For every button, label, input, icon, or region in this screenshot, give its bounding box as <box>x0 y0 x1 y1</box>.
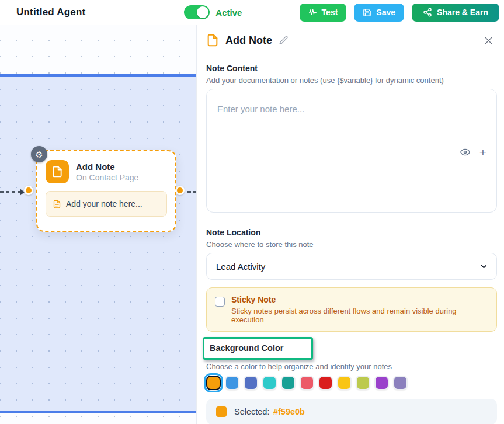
plus-icon: + <box>479 146 486 158</box>
share-earn-label: Share & Earn <box>437 8 488 17</box>
color-swatch[interactable] <box>300 376 314 390</box>
color-swatches <box>206 374 497 391</box>
insert-variable-button[interactable]: + <box>479 146 486 158</box>
color-swatch[interactable] <box>374 376 389 390</box>
node-titles: Add Note On Contact Page <box>76 162 138 182</box>
note-location-select[interactable]: Lead Activity <box>206 253 497 280</box>
preview-button[interactable] <box>460 147 471 158</box>
share-earn-button[interactable]: Share & Earn <box>412 4 499 22</box>
header-divider <box>173 5 173 20</box>
floppy-icon <box>363 8 371 17</box>
sticky-note-label: Sticky Note <box>231 295 488 304</box>
save-button[interactable]: Save <box>354 4 404 22</box>
config-panel: Add Note Note Content Add your documenta… <box>196 25 504 424</box>
background-color-helper: Choose a color to help organize and iden… <box>206 362 497 371</box>
note-content-helper: Add your documentation or notes (use {$v… <box>206 76 497 85</box>
pencil-icon <box>279 35 289 46</box>
note-textarea-wrap: + <box>206 89 497 215</box>
color-swatch[interactable] <box>337 376 352 390</box>
textarea-tools: + <box>460 146 486 158</box>
sticky-note-description: Sticky notes persist across different fl… <box>231 307 488 324</box>
share-icon <box>423 8 432 17</box>
agent-title: Untitled Agent <box>16 6 85 18</box>
note-location-value: Lead Activity <box>216 262 265 272</box>
flow-canvas[interactable]: ⚙ Add Note On Contact Page Add your note… <box>0 25 196 424</box>
node-input-port[interactable] <box>24 186 33 195</box>
note-content-input[interactable] <box>206 89 497 213</box>
active-toggle[interactable] <box>184 5 210 19</box>
active-toggle-group: Active <box>184 5 242 19</box>
color-swatch[interactable] <box>262 376 277 390</box>
background-color-label: Background Color <box>210 343 283 353</box>
close-icon <box>484 36 493 46</box>
color-swatch[interactable] <box>244 376 258 390</box>
test-button-label: Test <box>322 8 338 17</box>
color-swatch[interactable] <box>281 376 296 390</box>
selected-value: #f59e0b <box>273 407 305 416</box>
note-file-icon <box>206 34 219 47</box>
add-note-node[interactable]: ⚙ Add Note On Contact Page Add your note… <box>36 150 176 232</box>
save-button-label: Save <box>376 8 395 17</box>
note-location-helper: Choose where to store this note <box>206 240 497 249</box>
color-swatch[interactable] <box>356 376 370 390</box>
sticky-note-option[interactable]: Sticky Note Sticky notes persist across … <box>206 287 497 332</box>
node-note-text: Add your note here... <box>66 199 142 208</box>
note-file-icon <box>46 160 69 183</box>
outgoing-edge <box>187 191 196 193</box>
incoming-edge <box>0 191 21 193</box>
node-title: Add Note <box>76 162 138 172</box>
toggle-knob <box>197 6 208 18</box>
header-actions: Test Save Share & Earn <box>300 4 499 22</box>
selected-color-row: Selected: #f59e0b <box>206 399 497 424</box>
panel-header: Add Note <box>206 34 497 47</box>
node-settings-button[interactable]: ⚙ <box>31 146 47 162</box>
node-note-preview[interactable]: Add your note here... <box>46 191 167 217</box>
close-panel-button[interactable] <box>484 36 493 46</box>
node-output-port[interactable] <box>175 186 185 195</box>
note-location-label: Note Location <box>206 228 497 237</box>
selected-label: Selected: <box>234 407 269 416</box>
eye-icon <box>460 147 471 158</box>
selection-overlay <box>0 74 196 413</box>
gear-icon: ⚙ <box>35 150 43 159</box>
node-subtitle: On Contact Page <box>76 173 138 182</box>
chevron-down-icon <box>479 262 488 271</box>
note-lines-icon <box>53 200 61 208</box>
note-content-label: Note Content <box>206 64 497 73</box>
rename-button[interactable] <box>279 35 289 46</box>
color-swatch[interactable] <box>393 376 408 390</box>
sticky-note-texts: Sticky Note Sticky notes persist across … <box>231 295 488 324</box>
panel-title: Add Note <box>225 34 272 47</box>
selected-color-text: Selected: #f59e0b <box>234 406 305 417</box>
top-bar: Untitled Agent Active Test Save Share <box>0 0 504 25</box>
selected-color-chip <box>216 406 227 417</box>
color-swatch[interactable] <box>318 376 333 390</box>
color-swatch[interactable] <box>225 376 239 390</box>
test-button[interactable]: Test <box>300 4 347 22</box>
node-header: Add Note On Contact Page <box>46 160 167 183</box>
active-label: Active <box>215 8 242 18</box>
waveform-icon <box>308 8 317 17</box>
color-swatch[interactable] <box>206 376 221 390</box>
background-color-highlight: Background Color <box>203 337 313 360</box>
sticky-note-checkbox[interactable] <box>215 297 225 307</box>
